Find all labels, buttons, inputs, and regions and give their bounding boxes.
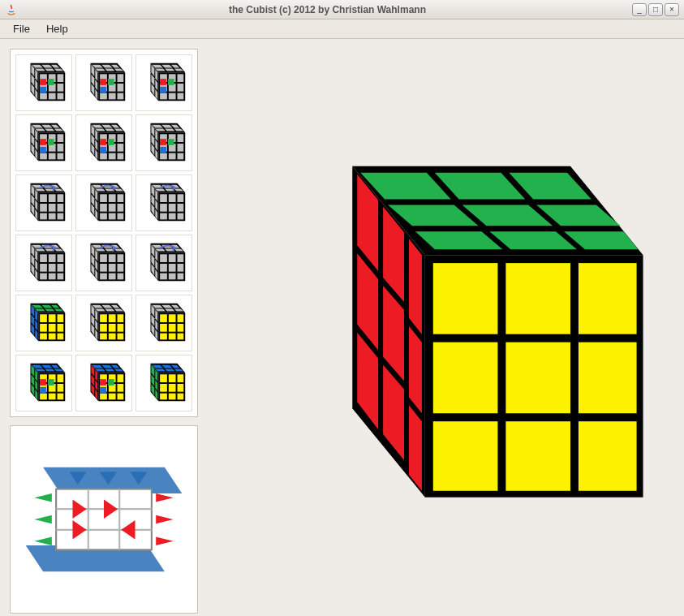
step-thumbnail[interactable] [75, 355, 132, 411]
minimize-icon: _ [637, 5, 642, 14]
svg-marker-505 [409, 239, 422, 334]
svg-rect-70 [169, 93, 176, 100]
cube-net-icon [17, 433, 191, 606]
svg-marker-473 [156, 515, 173, 524]
svg-marker-472 [156, 493, 173, 502]
step-thumbnail[interactable] [136, 54, 192, 111]
svg-rect-149 [178, 144, 184, 152]
step-thumbnail-grid [15, 54, 192, 411]
svg-rect-328 [49, 334, 56, 340]
step-thumbnail[interactable] [136, 174, 192, 231]
step-thumbnail[interactable] [15, 174, 72, 231]
svg-rect-222 [169, 194, 176, 202]
step-thumbnail[interactable] [136, 355, 192, 411]
svg-rect-329 [58, 334, 64, 340]
svg-rect-134 [100, 147, 106, 153]
svg-rect-92 [58, 134, 64, 142]
svg-rect-296 [160, 254, 167, 262]
svg-rect-172 [49, 194, 56, 202]
svg-rect-496 [579, 263, 637, 334]
step-thumbnail[interactable] [75, 295, 132, 351]
svg-rect-16 [49, 93, 56, 100]
svg-rect-248 [58, 254, 64, 262]
svg-rect-275 [109, 264, 116, 272]
svg-rect-455 [178, 394, 184, 400]
svg-rect-204 [118, 213, 124, 220]
steps-panel [10, 49, 198, 417]
svg-rect-171 [40, 194, 47, 202]
rubiks-cube-icon [231, 118, 652, 538]
step-thumbnail[interactable] [75, 174, 132, 231]
svg-rect-41 [118, 84, 124, 92]
svg-rect-501 [505, 421, 570, 491]
svg-rect-252 [40, 274, 47, 280]
svg-rect-323 [58, 314, 64, 322]
step-thumbnail[interactable] [15, 114, 72, 171]
svg-marker-469 [34, 493, 51, 502]
close-button[interactable]: × [665, 3, 679, 16]
step-thumbnail[interactable] [15, 235, 72, 291]
svg-rect-146 [178, 134, 184, 142]
svg-rect-324 [40, 324, 47, 332]
svg-rect-119 [118, 134, 124, 142]
svg-rect-79 [168, 79, 174, 85]
svg-rect-399 [40, 394, 47, 400]
svg-rect-495 [505, 263, 570, 334]
svg-rect-302 [160, 274, 167, 280]
svg-rect-196 [100, 194, 107, 202]
menu-help[interactable]: Help [38, 20, 76, 37]
svg-rect-173 [58, 194, 64, 202]
svg-rect-254 [58, 274, 64, 280]
maximize-button[interactable]: □ [648, 3, 663, 16]
svg-rect-297 [169, 254, 176, 262]
svg-rect-224 [160, 204, 167, 212]
titlebar: the Cubist (c) 2012 by Christian Wahlman… [0, 0, 684, 19]
svg-rect-400 [49, 394, 56, 400]
svg-rect-273 [118, 254, 124, 262]
svg-rect-326 [58, 324, 64, 332]
svg-rect-347 [118, 314, 124, 322]
svg-rect-327 [40, 334, 47, 340]
svg-rect-325 [49, 324, 56, 332]
svg-rect-199 [100, 204, 107, 212]
step-thumbnail[interactable] [15, 355, 72, 411]
step-thumbnail[interactable] [15, 295, 72, 351]
svg-rect-500 [433, 421, 498, 491]
svg-rect-221 [160, 194, 167, 202]
svg-rect-410 [40, 387, 46, 394]
step-thumbnail[interactable] [15, 54, 72, 111]
svg-rect-201 [118, 204, 124, 212]
cube-net-preview[interactable] [10, 425, 198, 614]
menu-file[interactable]: File [5, 20, 38, 37]
svg-rect-105 [40, 139, 46, 145]
svg-rect-497 [433, 342, 498, 413]
svg-rect-202 [100, 213, 107, 220]
step-thumbnail[interactable] [136, 114, 192, 171]
svg-rect-300 [169, 264, 176, 272]
svg-rect-369 [160, 314, 167, 322]
step-thumbnail[interactable] [136, 235, 192, 291]
svg-rect-71 [178, 93, 184, 100]
svg-rect-348 [100, 324, 107, 332]
minimize-button[interactable]: _ [632, 3, 647, 16]
step-thumbnail[interactable] [136, 295, 192, 351]
svg-marker-470 [34, 515, 51, 524]
svg-rect-24 [40, 79, 46, 85]
svg-rect-26 [40, 87, 46, 93]
svg-rect-437 [100, 387, 106, 394]
svg-rect-299 [160, 264, 167, 272]
svg-rect-11 [58, 74, 64, 82]
svg-rect-464 [56, 489, 152, 550]
svg-rect-179 [58, 213, 64, 220]
svg-rect-346 [109, 314, 116, 322]
main-cube-view[interactable] [208, 49, 674, 606]
step-thumbnail[interactable] [75, 54, 132, 111]
svg-rect-353 [118, 334, 124, 340]
svg-rect-409 [48, 379, 54, 386]
svg-rect-298 [178, 254, 184, 262]
svg-rect-80 [160, 87, 166, 93]
svg-rect-374 [178, 324, 184, 332]
step-thumbnail[interactable] [75, 235, 132, 291]
svg-rect-151 [169, 153, 176, 160]
step-thumbnail[interactable] [75, 114, 132, 171]
